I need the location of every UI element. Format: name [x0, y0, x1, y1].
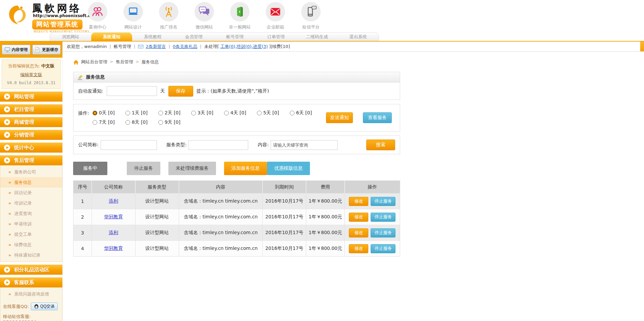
- sidebar-subitem[interactable]: » 系统问题咨询反馈: [0, 289, 62, 299]
- company-link[interactable]: 华冠教育: [104, 214, 123, 219]
- filter-button[interactable]: 未处理续费服务: [168, 162, 216, 175]
- edit-button[interactable]: 修改: [349, 228, 368, 237]
- header-shortcut[interactable]: 网站设计: [115, 2, 151, 30]
- sidebar-menu[interactable]: 积分礼品活动区: [0, 265, 62, 275]
- sidebar-subitem[interactable]: » 培训记录: [0, 198, 62, 208]
- header-shortcut[interactable]: 案例中心: [80, 2, 115, 30]
- new-messages-link[interactable]: 2条新留言: [146, 44, 166, 50]
- gift-exchange-link[interactable]: 0条兑换礼品: [173, 44, 197, 50]
- search-button[interactable]: 搜索: [366, 140, 395, 150]
- nav-tab[interactable]: 订单管理: [256, 33, 297, 41]
- refresh-cache-button[interactable]: 更新缓存: [32, 45, 61, 55]
- day-radio-label: 2天 [0]: [165, 110, 180, 116]
- pending-links[interactable]: 工单(0),培训(0),进度(3): [220, 44, 268, 50]
- save-button[interactable]: 保存: [168, 86, 193, 97]
- filter-button[interactable]: 服务中: [73, 162, 107, 175]
- breadcrumb-item[interactable]: 售后管理 >: [116, 59, 139, 65]
- nav-tab[interactable]: 退出系统: [338, 33, 379, 41]
- day-radio-option[interactable]: 7天 [0]: [93, 118, 125, 127]
- sidebar-subitem[interactable]: » 服务的公司: [0, 167, 62, 177]
- day-radio[interactable]: [158, 120, 163, 125]
- company-link[interactable]: 华冠教育: [104, 246, 123, 251]
- company-link[interactable]: 添利: [109, 230, 118, 235]
- day-radio-option[interactable]: 4天 [0]: [224, 108, 257, 118]
- sidebar-subitem[interactable]: » 进度查询: [0, 208, 62, 219]
- sidebar-menu[interactable]: 分销管理: [0, 130, 62, 140]
- day-radio-option[interactable]: 0天 [0]: [93, 108, 125, 118]
- filter-button[interactable]: 添加服务信息: [224, 162, 267, 175]
- edit-button[interactable]: 修改: [349, 213, 368, 222]
- nav-tab[interactable]: 系统通知: [91, 33, 132, 41]
- company-input[interactable]: [101, 140, 157, 150]
- sidebar-menu-label: 栏目管理: [14, 106, 34, 113]
- cell-expire: 2016年10月17号: [263, 225, 306, 241]
- sidebar-subitem[interactable]: » 回访记录: [0, 188, 62, 198]
- breadcrumb-item[interactable]: 网站后台管理 >: [81, 59, 113, 65]
- day-radio-option[interactable]: 2天 [0]: [158, 108, 191, 118]
- auto-notify-input[interactable]: [107, 86, 157, 96]
- qq-chat-button[interactable]: QQ交谈: [31, 303, 58, 310]
- header-shortcut[interactable]: 企业邮箱: [258, 2, 293, 30]
- day-radio-option[interactable]: 5天 [0]: [257, 108, 290, 118]
- sidebar-subitem[interactable]: » 特殊通知记录: [0, 250, 62, 260]
- sidebar-subitem[interactable]: » 申请培训: [0, 219, 62, 229]
- day-radio[interactable]: [224, 111, 229, 115]
- edit-button[interactable]: 修改: [349, 197, 368, 206]
- day-radio[interactable]: [125, 111, 130, 115]
- sidebar-menu[interactable]: 售后管理: [0, 155, 62, 165]
- nav-tab[interactable]: 浏览网站: [50, 33, 91, 41]
- day-radio[interactable]: [290, 111, 294, 115]
- sidebar-menu[interactable]: 栏目管理: [0, 104, 62, 114]
- stop-service-button[interactable]: 停止服务: [371, 197, 395, 206]
- table-header-cell: 服务类型: [135, 181, 179, 194]
- account-manage-link[interactable]: 帐号管理: [114, 44, 131, 50]
- nav-tab[interactable]: 帐号管理: [214, 33, 256, 41]
- filter-button[interactable]: 优惠模版信息: [267, 162, 310, 175]
- day-radio[interactable]: [257, 111, 262, 115]
- edit-english-link[interactable]: 编辑英文版: [20, 72, 42, 78]
- company-link[interactable]: 添利: [109, 198, 118, 204]
- sidebar-subitem[interactable]: » 续费信息: [0, 239, 62, 250]
- sidebar-menu[interactable]: 客服联系: [0, 277, 62, 287]
- header-shortcut[interactable]: 短信平台: [293, 2, 329, 30]
- view-service-button[interactable]: 查看服务: [363, 112, 392, 123]
- filter-button[interactable]: 停止服务: [127, 162, 160, 175]
- keyword-input[interactable]: [271, 140, 338, 150]
- edit-button[interactable]: 修改: [349, 244, 368, 253]
- shortcut-circle: [88, 2, 107, 21]
- content-manage-button[interactable]: 内容管理: [2, 45, 31, 55]
- nav-tab[interactable]: 二维码生成: [297, 33, 338, 41]
- main-content: 网站后台管理 > 售后管理 > 服务信息: [63, 52, 401, 257]
- day-radio-label: 8天 [0]: [132, 119, 148, 125]
- day-radio-option[interactable]: 3天 [0]: [191, 108, 224, 118]
- sidebar-subitem[interactable]: » 服务信息: [0, 177, 62, 188]
- sidebar-subitem[interactable]: » 提交工单: [0, 229, 62, 239]
- day-radio-option[interactable]: 8天 [0]: [125, 118, 158, 127]
- nav-tab[interactable]: 会员管理: [173, 33, 215, 41]
- day-radio[interactable]: [158, 111, 163, 115]
- service-table: 序号公司简称服务类型内容到期时间费用操作 1 添利 设计型网站 含域名：timl…: [73, 180, 400, 257]
- stop-service-button[interactable]: 停止服务: [371, 244, 395, 253]
- day-radio-option[interactable]: 1天 [0]: [125, 108, 158, 118]
- header-shortcut[interactable]: 非一般网站: [222, 2, 258, 30]
- customer-service-extras: 在线客服QQ: QQ交谈 移动短信客服: 15011: [0, 299, 62, 321]
- day-radio[interactable]: [93, 120, 97, 125]
- service-type-input[interactable]: [189, 140, 248, 150]
- sidebar-menu[interactable]: 网站管理: [0, 92, 62, 102]
- nav-tab[interactable]: 系统教程: [132, 33, 173, 41]
- day-radio[interactable]: [125, 120, 130, 125]
- day-radio-option[interactable]: 6天 [0]: [290, 108, 323, 118]
- sidebar-section: 积分礼品活动区: [0, 265, 62, 275]
- day-radio-option[interactable]: 9天 [0]: [158, 118, 191, 127]
- sidebar-menu[interactable]: 统计中心: [0, 143, 62, 153]
- header-shortcut[interactable]: 微信网站: [186, 2, 222, 30]
- header-shortcut[interactable]: 推广排名: [151, 2, 186, 30]
- send-notice-button[interactable]: 发送通知: [326, 112, 353, 123]
- stop-service-button[interactable]: 停止服务: [371, 213, 395, 222]
- day-radio[interactable]: [191, 111, 196, 115]
- breadcrumb-item[interactable]: 服务信息: [142, 59, 161, 65]
- sidebar-menu[interactable]: 商城管理: [0, 117, 62, 127]
- sidebar-section: 分销管理: [0, 130, 62, 140]
- stop-service-button[interactable]: 停止服务: [371, 228, 395, 237]
- day-radio[interactable]: [93, 111, 97, 115]
